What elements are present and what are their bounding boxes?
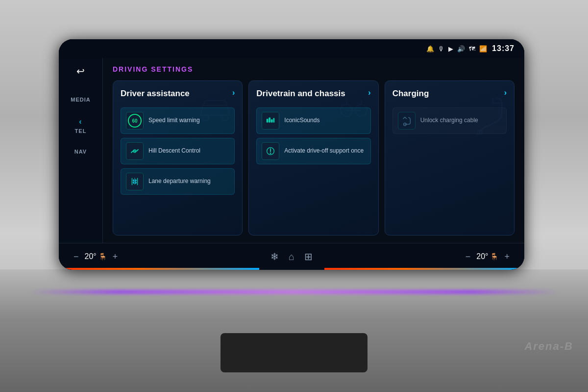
right-seat-icon: 🪑 — [490, 253, 498, 261]
left-sidebar: ↩ MEDIA ‹ TEL NAV — [59, 58, 103, 243]
card-items-charging: Unlock charging cable — [392, 107, 507, 134]
media-label: MEDIA — [71, 97, 90, 103]
svg-rect-7 — [267, 119, 269, 122]
left-temp-text: 20° — [85, 252, 97, 261]
left-temp-control: − 20° 🪑 + — [74, 252, 118, 262]
voice-icon: 🎙 — [438, 45, 444, 52]
unlock-cable-label: Unlock charging cable — [420, 117, 478, 125]
hill-descent-label: Hill Descent Control — [148, 147, 200, 155]
screen: 🔔 🎙 ▶ 🔊 🗺 📶 13:37 ↩ MEDIA — [59, 39, 524, 270]
svg-rect-9 — [271, 119, 273, 122]
right-temp-control: − 20° 🪑 + — [466, 252, 510, 262]
right-temp-plus[interactable]: + — [504, 252, 510, 262]
back-button[interactable]: ↩ — [76, 65, 85, 77]
center-content: DRIVING SETTINGS Driver assistance › — [103, 58, 524, 243]
speed-limit-icon-container: 60 — [126, 112, 144, 130]
car-background: Arena-B 🔔 🎙 ▶ 🔊 🗺 📶 13:37 ↩ — [0, 0, 588, 392]
cards-grid: Driver assistance › — [113, 80, 514, 235]
sidebar-item-media[interactable]: MEDIA — [71, 97, 90, 103]
svg-point-12 — [270, 153, 271, 154]
grid-button[interactable]: ⊞ — [304, 251, 313, 262]
main-content: ↩ MEDIA ‹ TEL NAV — [59, 58, 524, 243]
charging-card[interactable]: Charging › — [385, 80, 514, 235]
left-temp-minus[interactable]: − — [74, 252, 79, 262]
svg-rect-8 — [269, 118, 271, 123]
status-time: 13:37 — [492, 44, 514, 53]
volume-icon: 🔊 — [457, 45, 465, 52]
car-bg-icon — [196, 96, 235, 132]
status-bar: 🔔 🎙 ▶ 🔊 🗺 📶 13:37 — [59, 39, 524, 58]
nav-label: NAV — [74, 149, 87, 155]
sidebar-item-nav[interactable]: NAV — [74, 149, 87, 155]
chevron-left-icon: ‹ — [79, 117, 82, 126]
ambient-strip — [0, 290, 588, 294]
drivetrain-card[interactable]: Drivetrain and chassis › — [248, 80, 378, 235]
left-temp-value: 20° 🪑 — [85, 252, 107, 261]
temp-bar — [59, 268, 524, 270]
driver-assistance-card[interactable]: Driver assistance › — [113, 80, 243, 235]
watermark: Arena-B — [524, 340, 573, 353]
temp-bar-left — [59, 268, 259, 270]
iconic-sounds-icon-container — [262, 112, 279, 130]
home-button[interactable]: ⌂ — [289, 251, 294, 262]
vent-area — [220, 333, 368, 372]
temp-bar-right — [324, 268, 525, 270]
right-temp-value: 20° 🪑 — [476, 252, 498, 261]
dashboard-bottom — [0, 269, 588, 392]
drive-off-item[interactable]: Activate drive-off support once — [256, 138, 370, 164]
nav-icon: 🗺 — [469, 45, 475, 52]
bottom-bar: − 20° 🪑 + ❄ ⌂ ⊞ − 20° — [59, 243, 524, 270]
screen-bezel: 🔔 🎙 ▶ 🔊 🗺 📶 13:37 ↩ MEDIA — [59, 39, 524, 270]
speed-value: 60 — [132, 118, 137, 124]
status-icons: 🔔 🎙 ▶ 🔊 🗺 📶 — [426, 45, 487, 52]
card-title-driver: Driver assistance — [121, 88, 190, 99]
lane-departure-item[interactable]: Lane departure warning — [121, 168, 235, 195]
card-title-drivetrain: Drivetrain and chassis — [256, 88, 345, 99]
fan-button[interactable]: ❄ — [270, 251, 279, 262]
signal-icon: 📶 — [479, 45, 487, 52]
lane-departure-icon-container — [126, 173, 144, 190]
speed-limit-icon: 60 — [128, 114, 142, 128]
tel-chevron: ‹ — [79, 117, 82, 126]
tel-label: TEL — [75, 128, 87, 134]
drivetrain-bg-icon — [337, 96, 371, 132]
left-temp-plus[interactable]: + — [113, 252, 118, 262]
drive-off-icon-container — [262, 142, 279, 160]
center-controls: ❄ ⌂ ⊞ — [270, 251, 313, 262]
iconic-sounds-label: IconicSounds — [284, 117, 319, 125]
hill-descent-item[interactable]: Hill Descent Control — [121, 138, 235, 164]
right-temp-minus[interactable]: − — [466, 252, 471, 262]
right-temp-text: 20° — [476, 252, 488, 261]
sidebar-item-tel[interactable]: ‹ TEL — [75, 117, 87, 134]
unlock-cable-item[interactable]: Unlock charging cable — [392, 107, 507, 134]
hill-descent-icon-container — [126, 142, 144, 160]
notification-icon: 🔔 — [426, 45, 434, 52]
left-seat-icon: 🪑 — [98, 253, 107, 261]
card-title-charging: Charging — [392, 88, 429, 99]
page-title: DRIVING SETTINGS — [113, 65, 514, 73]
lane-departure-label: Lane departure warning — [148, 178, 211, 185]
svg-rect-10 — [273, 118, 275, 123]
speed-limit-label: Speed limit warning — [148, 117, 200, 125]
play-icon: ▶ — [448, 45, 453, 52]
drive-off-label: Activate drive-off support once — [284, 147, 364, 155]
unlock-cable-icon-container — [398, 112, 416, 130]
